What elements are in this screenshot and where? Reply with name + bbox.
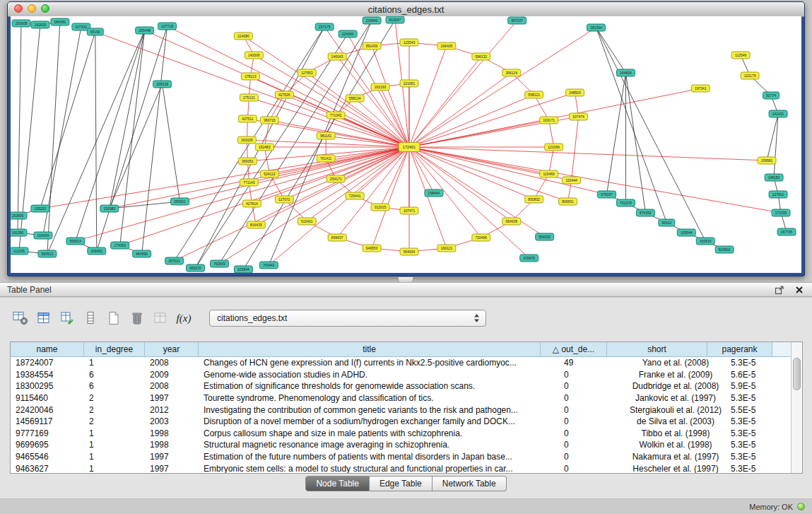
- table-row[interactable]: 1872400712008Changes of HCN gene express…: [11, 357, 791, 369]
- table-settings-button[interactable]: [11, 309, 30, 327]
- graph-node[interactable]: 275121: [240, 94, 258, 101]
- tab-node-table[interactable]: Node Table: [305, 476, 370, 491]
- graph-node[interactable]: 427526: [275, 91, 293, 98]
- graph-node[interactable]: 725441: [346, 192, 364, 199]
- graph-node[interactable]: 164824: [616, 69, 635, 76]
- graph-node[interactable]: 148183: [765, 174, 783, 181]
- graph-node[interactable]: 964590: [133, 250, 151, 257]
- graph-node[interactable]: 257021: [165, 257, 184, 264]
- graph-node[interactable]: 515401: [298, 218, 316, 225]
- column-header-year[interactable]: year: [145, 342, 199, 356]
- graph-node[interactable]: 224060: [339, 30, 357, 37]
- graph-node[interactable]: 558121: [525, 91, 543, 98]
- network-window-titlebar[interactable]: citations_edges.txt: [8, 2, 804, 17]
- graph-node[interactable]: 178113: [241, 73, 259, 80]
- graph-node[interactable]: 720496: [472, 234, 490, 241]
- graph-node[interactable]: 771143: [240, 179, 258, 186]
- table-row[interactable]: 1830029562008Estimation of significance …: [11, 380, 791, 392]
- graph-node[interactable]: 255448: [136, 27, 154, 34]
- graph-node[interactable]: 107471: [400, 207, 418, 214]
- graph-node[interactable]: 557237: [508, 17, 526, 24]
- graph-node[interactable]: 163025: [237, 136, 256, 144]
- table-row[interactable]: 2242004622012Investigating the contribut…: [11, 404, 791, 416]
- zoom-window-button[interactable]: [41, 4, 49, 13]
- graph-node[interactable]: 924502: [715, 246, 734, 253]
- graph-node[interactable]: 209976: [520, 255, 539, 262]
- graph-node[interactable]: 216949: [363, 17, 381, 24]
- minimize-window-button[interactable]: [28, 4, 36, 13]
- table-row[interactable]: 946554611997Estimation of the future num…: [11, 451, 791, 463]
- graph-node[interactable]: 197341: [691, 85, 710, 92]
- graph-node[interactable]: 115469: [540, 170, 558, 177]
- graph-node[interactable]: 184381: [51, 18, 69, 25]
- graph-node[interactable]: 771342: [326, 112, 345, 119]
- graph-node[interactable]: 112546: [731, 52, 750, 59]
- column-header-in_degree[interactable]: in_degree: [84, 342, 145, 356]
- show-columns-button[interactable]: [35, 309, 53, 327]
- graph-node[interactable]: 809651: [559, 198, 577, 205]
- tab-edge-table[interactable]: Edge Table: [370, 476, 433, 491]
- graph-node[interactable]: 191390: [11, 229, 27, 236]
- graph-node[interactable]: 205318: [153, 81, 172, 88]
- column-header-name[interactable]: name: [11, 342, 84, 356]
- graph-node[interactable]: 554934: [400, 248, 418, 255]
- float-panel-button[interactable]: [774, 284, 785, 296]
- graph-node[interactable]: 813047: [386, 16, 404, 23]
- network-canvas-svg[interactable]: 2506081626201843812073329519025544810771…: [11, 16, 801, 273]
- column-header-pagerank[interactable]: pagerank: [707, 342, 772, 356]
- close-panel-button[interactable]: [794, 284, 805, 296]
- create-column-button[interactable]: [105, 309, 123, 327]
- graph-node[interactable]: 524113: [260, 170, 278, 177]
- import-table-button[interactable]: [58, 309, 76, 327]
- table-row[interactable]: 977716911998Corpus callosum shape and si…: [11, 428, 791, 440]
- graph-node[interactable]: 152482: [255, 144, 273, 151]
- table-row[interactable]: 946362711997Embryonic stem cells: a mode…: [11, 462, 791, 473]
- graph-node[interactable]: 159581: [758, 157, 776, 164]
- graph-node[interactable]: 850832: [525, 196, 543, 203]
- graph-node[interactable]: 991439: [363, 42, 381, 49]
- graph-node[interactable]: 816435: [247, 221, 265, 228]
- table-row[interactable]: 969969511998Structural magnetic resonanc…: [11, 439, 791, 451]
- graph-node[interactable]: 122179: [741, 72, 759, 79]
- graph-node[interactable]: 763441: [259, 262, 278, 269]
- table-row[interactable]: 911546021997Tourette syndrome. Phenomeno…: [11, 392, 791, 404]
- graph-node[interactable]: 981141: [317, 132, 335, 139]
- graph-node[interactable]: 171035: [772, 209, 790, 216]
- graph-node[interactable]: 427511: [238, 115, 257, 122]
- graph-node[interactable]: 105544: [677, 229, 695, 236]
- graph-node[interactable]: 960215: [187, 264, 205, 271]
- close-window-button[interactable]: [14, 4, 23, 13]
- graph-node[interactable]: 122543: [400, 39, 418, 46]
- graph-node[interactable]: 360715: [260, 117, 278, 124]
- graph-node[interactable]: 312015: [371, 204, 389, 211]
- table-disabled-button[interactable]: [151, 309, 170, 327]
- graph-node[interactable]: 949553: [363, 245, 381, 252]
- graph-node[interactable]: 155293: [31, 205, 49, 212]
- graph-node[interactable]: 761078: [616, 199, 635, 206]
- graph-node[interactable]: 596132: [472, 53, 490, 60]
- graph-node[interactable]: 107718: [158, 23, 177, 30]
- graph-node[interactable]: 761411: [317, 155, 335, 162]
- graph-node[interactable]: 558134: [346, 95, 364, 102]
- graph-node[interactable]: 107474: [570, 113, 588, 120]
- graph-node[interactable]: 160616: [696, 238, 714, 245]
- graph-node[interactable]: 115444: [563, 177, 581, 184]
- graph-node[interactable]: 169121: [437, 245, 456, 252]
- graph-node[interactable]: 369051: [238, 158, 257, 165]
- table-source-dropdown[interactable]: citations_edges.txt: [209, 310, 486, 327]
- graph-node[interactable]: 141431: [769, 110, 787, 117]
- graph-node[interactable]: 240043: [328, 53, 346, 60]
- graph-node[interactable]: 590514: [66, 238, 85, 245]
- graph-node[interactable]: 163171: [540, 117, 558, 124]
- graph-node[interactable]: 899637: [328, 234, 346, 241]
- delete-column-button[interactable]: [128, 309, 146, 327]
- graph-node[interactable]: 679197: [598, 191, 616, 198]
- column-header-title[interactable]: title: [199, 342, 541, 356]
- graph-node[interactable]: 112235: [11, 247, 28, 255]
- graph-node[interactable]: 158444: [425, 189, 443, 197]
- graph-node[interactable]: 121066: [545, 144, 563, 151]
- graph-node[interactable]: 427814: [242, 200, 261, 207]
- graph-node[interactable]: 152983: [100, 205, 119, 212]
- graph-node[interactable]: 954938: [502, 218, 521, 225]
- network-canvas[interactable]: 2506081626201843812073329519025544810771…: [11, 16, 801, 273]
